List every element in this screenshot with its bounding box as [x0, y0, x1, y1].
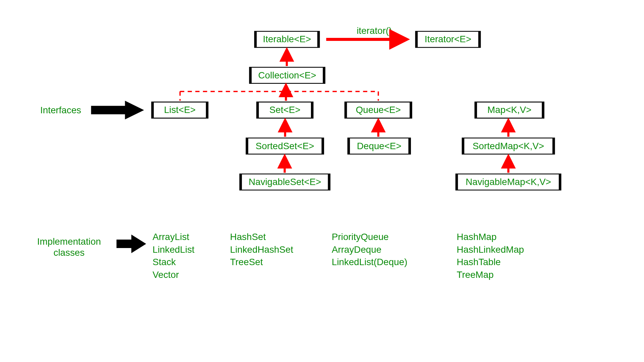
svg-marker-0: [91, 101, 144, 120]
node-set: Set<E>: [256, 102, 314, 119]
svg-marker-1: [116, 235, 146, 253]
node-sortedmap: SortedMap<K,V>: [462, 137, 555, 155]
diagram-stage: Iterable<E> Iterator<E> iterator() Colle…: [0, 0, 644, 362]
node-map: Map<K,V>: [475, 102, 544, 119]
node-collection: Collection<E>: [249, 67, 325, 84]
label-interfaces: Interfaces: [40, 105, 81, 116]
impl-queue: PriorityQueue ArrayDeque LinkedList(Dequ…: [332, 231, 408, 268]
node-iterator: Iterator<E>: [415, 31, 481, 48]
label-implementation-line2: classes: [54, 247, 85, 258]
arrow-impl-classes-icon: [116, 235, 146, 253]
label-implementation-line1: Implementation: [37, 236, 101, 247]
node-iterable: Iterable<E>: [254, 31, 320, 48]
impl-map: HashMap HashLinkedMap HashTable TreeMap: [457, 231, 524, 281]
impl-list: ArrayList LinkedList Stack Vector: [153, 231, 195, 281]
node-queue: Queue<E>: [344, 102, 412, 119]
node-navigablemap: NavigableMap<K,V>: [455, 174, 561, 191]
label-iterator-method: iterator(): [357, 25, 392, 37]
label-implementation-classes: Implementation classes: [22, 236, 116, 258]
node-deque: Deque<E>: [347, 137, 411, 155]
dashed-branches: [180, 92, 378, 101]
node-navigableset: NavigableSet<E>: [239, 174, 331, 191]
impl-set: HashSet LinkedHashSet TreeSet: [230, 231, 293, 268]
arrow-interfaces-icon: [91, 101, 144, 120]
node-list: List<E>: [151, 102, 209, 119]
node-sortedset: SortedSet<E>: [246, 137, 324, 155]
